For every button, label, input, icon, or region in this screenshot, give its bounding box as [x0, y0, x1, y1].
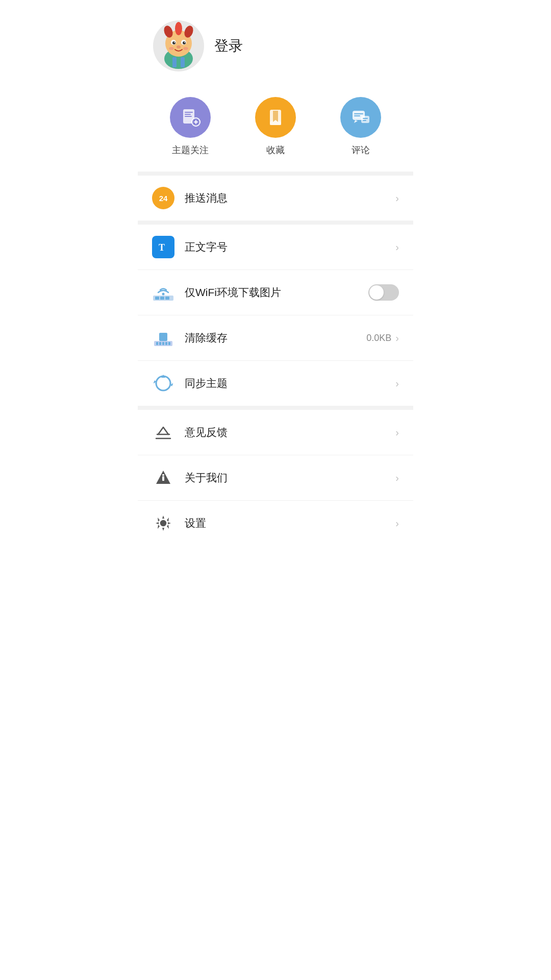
sync-theme-label: 同步主题 [185, 376, 385, 390]
login-button[interactable]: 登录 [214, 36, 243, 56]
feedback-chevron: › [395, 427, 399, 438]
svg-rect-50 [162, 476, 164, 481]
svg-rect-25 [354, 113, 363, 114]
feedback-icon [152, 421, 174, 444]
menu-item-push-message[interactable]: 24 推送消息 › [138, 176, 413, 220]
action-comment-label: 评论 [352, 144, 370, 156]
wifi-only-toggle-wrap[interactable] [368, 284, 399, 301]
about-us-chevron: › [395, 472, 399, 484]
svg-text:T: T [159, 242, 165, 253]
push-message-icon: 24 [152, 187, 174, 209]
feedback-right: › [395, 427, 399, 438]
svg-rect-38 [156, 342, 158, 345]
settings-chevron: › [395, 518, 399, 529]
clear-cache-chevron: › [395, 332, 399, 344]
svg-point-36 [162, 293, 165, 296]
clear-cache-label: 清除缓存 [185, 331, 356, 345]
profile-section[interactable]: 登录 [138, 0, 413, 87]
svg-rect-40 [162, 342, 164, 345]
comment-icon [340, 97, 381, 138]
svg-point-12 [169, 47, 174, 50]
avatar[interactable] [153, 20, 204, 71]
menu-group-3: 意见反馈 › 关于我们 › [138, 410, 413, 546]
settings-icon [152, 512, 174, 534]
section-divider-2 [138, 220, 413, 225]
svg-rect-34 [160, 297, 164, 300]
font-size-right: › [395, 241, 399, 253]
font-size-icon: T [152, 236, 174, 258]
quick-actions: 主题关注 收藏 评论 [138, 87, 413, 172]
svg-rect-51 [162, 474, 164, 476]
clear-cache-right: 0.0KB › [366, 332, 399, 344]
action-collect[interactable]: 收藏 [255, 97, 296, 156]
svg-rect-18 [185, 114, 191, 115]
menu-item-feedback[interactable]: 意见反馈 › [138, 410, 413, 455]
feedback-label: 意见反馈 [185, 425, 385, 439]
menu-item-about-us[interactable]: 关于我们 › [138, 455, 413, 501]
svg-point-54 [162, 522, 165, 525]
section-divider-3 [138, 406, 413, 410]
svg-rect-35 [165, 297, 169, 300]
section-divider-1 [138, 172, 413, 176]
svg-point-3 [175, 22, 182, 35]
menu-group-1: 24 推送消息 › [138, 176, 413, 220]
menu-group-2: T 正文字号 › 仅WiFi环境下载图片 [138, 225, 413, 406]
svg-rect-19 [185, 116, 192, 117]
about-us-label: 关于我们 [185, 471, 385, 485]
toggle-knob [369, 285, 384, 300]
action-topic-follow-label: 主题关注 [172, 144, 209, 156]
svg-point-11 [177, 45, 181, 48]
topic-follow-icon [170, 97, 211, 138]
svg-rect-43 [159, 333, 167, 341]
clear-cache-icon [152, 327, 174, 349]
action-collect-label: 收藏 [266, 144, 285, 156]
push-message-chevron: › [395, 192, 399, 204]
menu-item-wifi-only[interactable]: 仅WiFi环境下载图片 [138, 270, 413, 315]
menu-item-settings[interactable]: 设置 › [138, 501, 413, 546]
clear-cache-value: 0.0KB [366, 333, 391, 344]
settings-label: 设置 [185, 516, 385, 530]
menu-item-sync-theme[interactable]: 同步主题 › [138, 361, 413, 406]
svg-rect-14 [172, 57, 177, 67]
wifi-only-toggle[interactable] [368, 284, 399, 301]
menu-item-font-size[interactable]: T 正文字号 › [138, 225, 413, 270]
svg-rect-39 [159, 342, 161, 345]
sync-theme-chevron: › [395, 378, 399, 389]
menu-item-clear-cache[interactable]: 清除缓存 0.0KB › [138, 315, 413, 361]
font-size-label: 正文字号 [185, 240, 385, 254]
svg-point-13 [183, 47, 188, 50]
push-message-right: › [395, 192, 399, 204]
settings-right: › [395, 518, 399, 529]
svg-rect-41 [165, 342, 167, 345]
wifi-only-label: 仅WiFi环境下载图片 [185, 285, 358, 300]
sync-theme-icon [152, 372, 174, 395]
svg-point-8 [183, 41, 186, 44]
svg-rect-27 [361, 116, 369, 123]
svg-rect-26 [354, 115, 360, 116]
font-size-chevron: › [395, 241, 399, 253]
collect-icon [255, 97, 296, 138]
wifi-icon [152, 281, 174, 304]
push-message-label: 推送消息 [185, 191, 385, 205]
svg-point-10 [184, 42, 185, 43]
svg-rect-28 [363, 118, 368, 119]
svg-rect-29 [363, 120, 366, 121]
svg-point-7 [172, 41, 176, 44]
sync-theme-right: › [395, 378, 399, 389]
svg-rect-42 [168, 342, 170, 345]
about-us-icon [152, 467, 174, 489]
svg-rect-15 [181, 57, 185, 67]
action-comment[interactable]: 评论 [340, 97, 381, 156]
action-topic-follow[interactable]: 主题关注 [170, 97, 211, 156]
svg-point-9 [174, 42, 175, 43]
about-us-right: › [395, 472, 399, 484]
svg-rect-22 [195, 120, 196, 124]
svg-rect-33 [155, 297, 159, 300]
svg-rect-17 [185, 112, 193, 113]
